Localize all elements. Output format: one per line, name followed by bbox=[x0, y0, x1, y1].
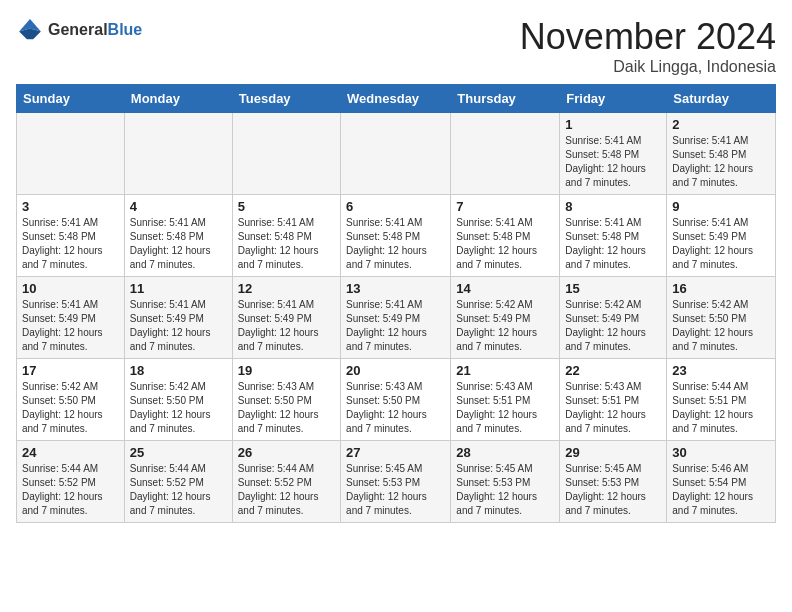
calendar-cell: 5Sunrise: 5:41 AM Sunset: 5:48 PM Daylig… bbox=[232, 195, 340, 277]
day-number: 6 bbox=[346, 199, 445, 214]
header-monday: Monday bbox=[124, 85, 232, 113]
day-number: 2 bbox=[672, 117, 770, 132]
calendar-cell: 21Sunrise: 5:43 AM Sunset: 5:51 PM Dayli… bbox=[451, 359, 560, 441]
calendar-cell bbox=[17, 113, 125, 195]
calendar-cell: 30Sunrise: 5:46 AM Sunset: 5:54 PM Dayli… bbox=[667, 441, 776, 523]
calendar-cell: 10Sunrise: 5:41 AM Sunset: 5:49 PM Dayli… bbox=[17, 277, 125, 359]
calendar-cell: 14Sunrise: 5:42 AM Sunset: 5:49 PM Dayli… bbox=[451, 277, 560, 359]
calendar-cell: 23Sunrise: 5:44 AM Sunset: 5:51 PM Dayli… bbox=[667, 359, 776, 441]
calendar-cell: 28Sunrise: 5:45 AM Sunset: 5:53 PM Dayli… bbox=[451, 441, 560, 523]
day-detail: Sunrise: 5:41 AM Sunset: 5:48 PM Dayligh… bbox=[456, 216, 554, 272]
day-detail: Sunrise: 5:41 AM Sunset: 5:48 PM Dayligh… bbox=[346, 216, 445, 272]
calendar-cell: 7Sunrise: 5:41 AM Sunset: 5:48 PM Daylig… bbox=[451, 195, 560, 277]
logo-general: General bbox=[48, 21, 108, 38]
day-detail: Sunrise: 5:42 AM Sunset: 5:49 PM Dayligh… bbox=[456, 298, 554, 354]
day-detail: Sunrise: 5:41 AM Sunset: 5:49 PM Dayligh… bbox=[346, 298, 445, 354]
calendar-header: SundayMondayTuesdayWednesdayThursdayFrid… bbox=[17, 85, 776, 113]
day-number: 24 bbox=[22, 445, 119, 460]
header-thursday: Thursday bbox=[451, 85, 560, 113]
day-number: 21 bbox=[456, 363, 554, 378]
header-sunday: Sunday bbox=[17, 85, 125, 113]
week-row-2: 3Sunrise: 5:41 AM Sunset: 5:48 PM Daylig… bbox=[17, 195, 776, 277]
day-number: 9 bbox=[672, 199, 770, 214]
calendar-cell: 18Sunrise: 5:42 AM Sunset: 5:50 PM Dayli… bbox=[124, 359, 232, 441]
day-number: 20 bbox=[346, 363, 445, 378]
day-number: 23 bbox=[672, 363, 770, 378]
day-number: 22 bbox=[565, 363, 661, 378]
calendar-cell: 27Sunrise: 5:45 AM Sunset: 5:53 PM Dayli… bbox=[341, 441, 451, 523]
calendar-cell: 20Sunrise: 5:43 AM Sunset: 5:50 PM Dayli… bbox=[341, 359, 451, 441]
calendar-cell: 8Sunrise: 5:41 AM Sunset: 5:48 PM Daylig… bbox=[560, 195, 667, 277]
day-number: 14 bbox=[456, 281, 554, 296]
day-number: 7 bbox=[456, 199, 554, 214]
day-detail: Sunrise: 5:41 AM Sunset: 5:48 PM Dayligh… bbox=[238, 216, 335, 272]
day-detail: Sunrise: 5:42 AM Sunset: 5:50 PM Dayligh… bbox=[130, 380, 227, 436]
day-number: 12 bbox=[238, 281, 335, 296]
calendar-cell: 29Sunrise: 5:45 AM Sunset: 5:53 PM Dayli… bbox=[560, 441, 667, 523]
calendar-cell: 15Sunrise: 5:42 AM Sunset: 5:49 PM Dayli… bbox=[560, 277, 667, 359]
calendar-cell: 25Sunrise: 5:44 AM Sunset: 5:52 PM Dayli… bbox=[124, 441, 232, 523]
calendar-cell: 11Sunrise: 5:41 AM Sunset: 5:49 PM Dayli… bbox=[124, 277, 232, 359]
day-number: 28 bbox=[456, 445, 554, 460]
calendar-cell: 24Sunrise: 5:44 AM Sunset: 5:52 PM Dayli… bbox=[17, 441, 125, 523]
logo-icon bbox=[16, 16, 44, 44]
month-title: November 2024 bbox=[520, 16, 776, 58]
day-number: 26 bbox=[238, 445, 335, 460]
calendar-cell bbox=[341, 113, 451, 195]
day-detail: Sunrise: 5:44 AM Sunset: 5:52 PM Dayligh… bbox=[130, 462, 227, 518]
day-number: 19 bbox=[238, 363, 335, 378]
day-detail: Sunrise: 5:41 AM Sunset: 5:48 PM Dayligh… bbox=[22, 216, 119, 272]
day-number: 27 bbox=[346, 445, 445, 460]
calendar-cell: 16Sunrise: 5:42 AM Sunset: 5:50 PM Dayli… bbox=[667, 277, 776, 359]
calendar-cell: 4Sunrise: 5:41 AM Sunset: 5:48 PM Daylig… bbox=[124, 195, 232, 277]
day-detail: Sunrise: 5:44 AM Sunset: 5:52 PM Dayligh… bbox=[238, 462, 335, 518]
day-detail: Sunrise: 5:41 AM Sunset: 5:48 PM Dayligh… bbox=[565, 216, 661, 272]
calendar-cell: 26Sunrise: 5:44 AM Sunset: 5:52 PM Dayli… bbox=[232, 441, 340, 523]
day-number: 16 bbox=[672, 281, 770, 296]
page-header: GeneralBlue November 2024 Daik Lingga, I… bbox=[16, 16, 776, 76]
calendar-cell: 17Sunrise: 5:42 AM Sunset: 5:50 PM Dayli… bbox=[17, 359, 125, 441]
calendar-cell: 12Sunrise: 5:41 AM Sunset: 5:49 PM Dayli… bbox=[232, 277, 340, 359]
day-detail: Sunrise: 5:41 AM Sunset: 5:48 PM Dayligh… bbox=[672, 134, 770, 190]
location: Daik Lingga, Indonesia bbox=[520, 58, 776, 76]
day-detail: Sunrise: 5:43 AM Sunset: 5:50 PM Dayligh… bbox=[238, 380, 335, 436]
day-number: 5 bbox=[238, 199, 335, 214]
day-detail: Sunrise: 5:45 AM Sunset: 5:53 PM Dayligh… bbox=[456, 462, 554, 518]
calendar-cell: 6Sunrise: 5:41 AM Sunset: 5:48 PM Daylig… bbox=[341, 195, 451, 277]
day-detail: Sunrise: 5:42 AM Sunset: 5:50 PM Dayligh… bbox=[672, 298, 770, 354]
logo-text: GeneralBlue bbox=[48, 21, 142, 39]
calendar-cell bbox=[124, 113, 232, 195]
day-number: 3 bbox=[22, 199, 119, 214]
day-detail: Sunrise: 5:42 AM Sunset: 5:50 PM Dayligh… bbox=[22, 380, 119, 436]
calendar-cell: 3Sunrise: 5:41 AM Sunset: 5:48 PM Daylig… bbox=[17, 195, 125, 277]
calendar-cell: 9Sunrise: 5:41 AM Sunset: 5:49 PM Daylig… bbox=[667, 195, 776, 277]
day-detail: Sunrise: 5:45 AM Sunset: 5:53 PM Dayligh… bbox=[565, 462, 661, 518]
day-number: 30 bbox=[672, 445, 770, 460]
week-row-5: 24Sunrise: 5:44 AM Sunset: 5:52 PM Dayli… bbox=[17, 441, 776, 523]
day-number: 18 bbox=[130, 363, 227, 378]
week-row-1: 1Sunrise: 5:41 AM Sunset: 5:48 PM Daylig… bbox=[17, 113, 776, 195]
calendar-body: 1Sunrise: 5:41 AM Sunset: 5:48 PM Daylig… bbox=[17, 113, 776, 523]
logo: GeneralBlue bbox=[16, 16, 142, 44]
day-detail: Sunrise: 5:41 AM Sunset: 5:48 PM Dayligh… bbox=[130, 216, 227, 272]
day-number: 1 bbox=[565, 117, 661, 132]
calendar-cell bbox=[451, 113, 560, 195]
week-row-3: 10Sunrise: 5:41 AM Sunset: 5:49 PM Dayli… bbox=[17, 277, 776, 359]
header-row: SundayMondayTuesdayWednesdayThursdayFrid… bbox=[17, 85, 776, 113]
week-row-4: 17Sunrise: 5:42 AM Sunset: 5:50 PM Dayli… bbox=[17, 359, 776, 441]
day-detail: Sunrise: 5:41 AM Sunset: 5:49 PM Dayligh… bbox=[238, 298, 335, 354]
day-detail: Sunrise: 5:44 AM Sunset: 5:52 PM Dayligh… bbox=[22, 462, 119, 518]
calendar-cell: 13Sunrise: 5:41 AM Sunset: 5:49 PM Dayli… bbox=[341, 277, 451, 359]
calendar-table: SundayMondayTuesdayWednesdayThursdayFrid… bbox=[16, 84, 776, 523]
calendar-cell: 1Sunrise: 5:41 AM Sunset: 5:48 PM Daylig… bbox=[560, 113, 667, 195]
day-number: 10 bbox=[22, 281, 119, 296]
calendar-cell: 2Sunrise: 5:41 AM Sunset: 5:48 PM Daylig… bbox=[667, 113, 776, 195]
calendar-cell: 22Sunrise: 5:43 AM Sunset: 5:51 PM Dayli… bbox=[560, 359, 667, 441]
day-detail: Sunrise: 5:43 AM Sunset: 5:51 PM Dayligh… bbox=[456, 380, 554, 436]
day-detail: Sunrise: 5:41 AM Sunset: 5:49 PM Dayligh… bbox=[22, 298, 119, 354]
header-saturday: Saturday bbox=[667, 85, 776, 113]
day-number: 11 bbox=[130, 281, 227, 296]
day-number: 17 bbox=[22, 363, 119, 378]
day-detail: Sunrise: 5:46 AM Sunset: 5:54 PM Dayligh… bbox=[672, 462, 770, 518]
header-tuesday: Tuesday bbox=[232, 85, 340, 113]
